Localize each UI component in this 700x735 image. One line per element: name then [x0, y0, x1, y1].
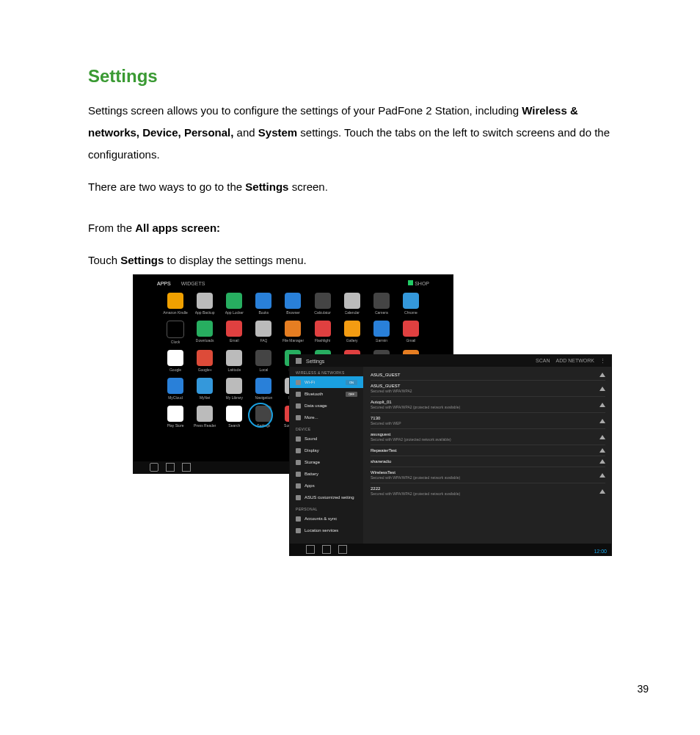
app-label: File Manager [282, 338, 304, 343]
sidebar-item-location-services[interactable]: Location services [290, 524, 363, 536]
app-google-[interactable]: Google+ [192, 350, 217, 372]
recent-icon[interactable] [182, 463, 191, 472]
app-icon [403, 321, 419, 337]
shop-icon [408, 280, 413, 285]
sidebar-item-display[interactable]: Display [290, 445, 363, 456]
sidebar-section-header: PERSONAL [290, 503, 363, 513]
action-scan[interactable]: SCAN [536, 358, 550, 364]
app-gmail[interactable]: Gmail [398, 321, 423, 344]
wifi-network[interactable]: shareradio [371, 456, 605, 467]
back-icon[interactable] [306, 545, 315, 554]
sidebar-item-label: Wi-Fi [305, 380, 315, 384]
app-icon [403, 293, 419, 309]
tab-widgets[interactable]: WIDGETS [181, 281, 205, 286]
app-my-library[interactable]: My Library [222, 378, 247, 400]
sidebar-section-header: DEVICE [290, 423, 363, 433]
app-app-backup[interactable]: App Backup [192, 293, 217, 315]
app-file-manager[interactable]: File Manager [280, 321, 305, 344]
app-amazon-kindle[interactable]: Amazon Kindle [163, 293, 188, 315]
app-search[interactable]: Search [222, 406, 247, 428]
app-flashlight[interactable]: Flashlight [310, 321, 335, 344]
action-add-network[interactable]: ADD NETWORK [556, 358, 595, 364]
app-icon [255, 378, 271, 394]
text: Touch [88, 254, 120, 266]
sidebar-item-icon [296, 380, 301, 385]
sidebar-item-data-usage[interactable]: Data usage [290, 400, 363, 412]
wifi-network[interactable]: 7130Secured with WEP [371, 413, 605, 429]
app-play-store[interactable]: Play Store [163, 406, 188, 428]
app-label: Garmin [376, 338, 387, 343]
sidebar-item-storage[interactable]: Storage [290, 456, 363, 468]
sidebar-item-sound[interactable]: Sound [290, 433, 363, 445]
app-label: App Backup [195, 310, 215, 315]
text: Settings screen allows you to configure … [88, 104, 522, 117]
app-navigation[interactable]: Navigation [251, 378, 276, 400]
network-name: Autoplt_01 [371, 400, 460, 404]
sidebar-item-accounts-sync[interactable]: Accounts & sync [290, 513, 363, 524]
app-books[interactable]: Books [251, 293, 276, 315]
app-garmin[interactable]: Garmin [369, 321, 394, 344]
wifi-network[interactable]: RepeaterTest [371, 445, 605, 456]
app-settings[interactable]: Settings [251, 406, 276, 428]
nav-bar: 12:00 [290, 544, 611, 555]
sidebar-item-label: Apps [305, 483, 315, 488]
app-downloads[interactable]: Downloads [192, 321, 217, 344]
text: screen. [288, 180, 327, 193]
app-google[interactable]: Google [163, 350, 188, 372]
sidebar-item-asus-customized-setting[interactable]: ASUS customized setting [290, 491, 363, 503]
text-bold: Settings [120, 254, 164, 266]
network-desc: Secured with WPA/WPA2 (protected network… [371, 491, 460, 496]
app-latitude[interactable]: Latitude [222, 350, 247, 372]
app-clock[interactable]: Clock [163, 321, 188, 344]
home-icon[interactable] [166, 463, 175, 472]
wifi-network[interactable]: asusguestSecured with WPA2 (protected ne… [371, 429, 605, 445]
app-label: App Locker [225, 310, 244, 315]
wifi-network[interactable]: Autoplt_01Secured with WPA/WPA2 (protect… [371, 397, 605, 413]
sidebar-item-wi-fi[interactable]: Wi-FiON [290, 376, 363, 388]
home-icon[interactable] [322, 545, 331, 554]
toggle[interactable]: ON [346, 380, 357, 385]
sidebar-item-more-[interactable]: More... [290, 412, 363, 423]
app-browser[interactable]: Browser [280, 293, 305, 315]
network-name: 7130 [371, 416, 401, 420]
shop-link[interactable]: SHOP [408, 280, 429, 286]
sidebar-item-apps[interactable]: Apps [290, 480, 363, 491]
app-app-locker[interactable]: App Locker [222, 293, 247, 315]
app-icon [197, 321, 213, 337]
app-mycloud[interactable]: MyCloud [163, 378, 188, 400]
app-calculator[interactable]: Calculator [310, 293, 335, 315]
sidebar-item-icon [296, 436, 301, 442]
wifi-network[interactable]: ASUS_GUESTSecured with WPA/WPA2 [371, 381, 605, 397]
toggle[interactable]: OFF [346, 392, 357, 397]
menu-icon[interactable]: ⋮ [600, 358, 605, 364]
sidebar-item-label: More... [305, 415, 318, 420]
sidebar-item-battery[interactable]: Battery [290, 468, 363, 480]
app-icon [167, 378, 183, 394]
app-icon [167, 293, 183, 309]
wifi-signal-icon [599, 419, 605, 423]
sidebar-item-bluetooth[interactable]: BluetoothOFF [290, 388, 363, 400]
app-chrome[interactable]: Chrome [398, 293, 423, 315]
app-local[interactable]: Local [251, 350, 276, 372]
app-icon [226, 378, 242, 394]
app-icon [255, 321, 271, 337]
tab-apps[interactable]: APPS [157, 281, 171, 286]
wifi-network[interactable]: ASUS_GUEST [371, 370, 605, 381]
app-icon [197, 378, 213, 394]
app-camera[interactable]: Camera [369, 293, 394, 315]
app-icon [167, 321, 184, 338]
app-gallery[interactable]: Gallery [340, 321, 365, 344]
wifi-network[interactable]: 2222Secured with WPA/WPA2 (protected net… [371, 483, 605, 499]
back-icon[interactable] [150, 463, 158, 472]
wifi-network[interactable]: WirelessTestSecured with WPA/WPA2 (prote… [371, 467, 605, 483]
app-icon [255, 350, 271, 366]
app-faq[interactable]: FAQ [251, 321, 276, 344]
app-mynet[interactable]: MyNet [192, 378, 217, 400]
app-press-reader[interactable]: Press Reader [192, 406, 217, 428]
network-name: 2222 [371, 486, 460, 491]
app-label: Browser [286, 310, 299, 315]
app-calendar[interactable]: Calendar [340, 293, 365, 315]
app-email[interactable]: Email [222, 321, 247, 344]
sidebar-item-icon [296, 448, 301, 453]
recent-icon[interactable] [338, 545, 347, 554]
